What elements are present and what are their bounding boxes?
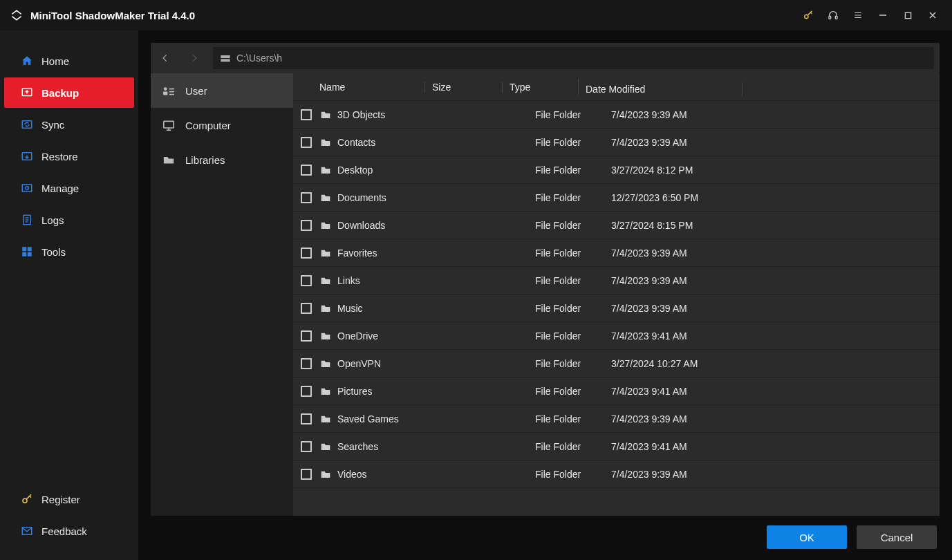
folder-icon	[319, 386, 332, 396]
row-checkbox[interactable]	[293, 441, 319, 452]
col-size[interactable]: Size	[424, 82, 502, 93]
sidebar-label-restore: Restore	[41, 151, 78, 162]
file-row[interactable]: OpenVPNFile Folder3/27/2024 10:27 AM	[293, 350, 940, 377]
file-row[interactable]: PicturesFile Folder7/4/2023 9:41 AM	[293, 377, 940, 405]
cancel-label: Cancel	[881, 532, 913, 543]
file-row[interactable]: LinksFile Folder7/4/2023 9:39 AM	[293, 267, 940, 295]
file-date: 7/4/2023 9:41 AM	[604, 386, 940, 397]
file-type: File Folder	[528, 275, 604, 286]
titlebar-right	[796, 5, 945, 26]
ok-button[interactable]: OK	[767, 525, 847, 549]
row-checkbox[interactable]	[293, 275, 319, 286]
file-list[interactable]: Name Size Type Date Modified 3D ObjectsF…	[293, 73, 940, 516]
file-row[interactable]: FavoritesFile Folder7/4/2023 9:39 AM	[293, 239, 940, 267]
ok-label: OK	[799, 532, 814, 543]
register-key-icon[interactable]	[796, 5, 821, 26]
sidebar-label-feedback: Feedback	[41, 525, 87, 537]
file-header[interactable]: Name Size Type Date Modified	[293, 73, 940, 101]
row-checkbox[interactable]	[293, 358, 319, 369]
row-checkbox[interactable]	[293, 192, 319, 203]
file-date: 7/4/2023 9:41 AM	[604, 441, 940, 452]
file-type: File Folder	[528, 441, 604, 452]
sidebar-item-tools[interactable]: Tools	[4, 236, 134, 267]
folder-icon	[319, 138, 332, 147]
row-checkbox[interactable]	[293, 220, 319, 231]
tools-icon	[21, 245, 33, 258]
col-type[interactable]: Type	[502, 82, 578, 93]
svg-rect-11	[28, 247, 32, 251]
forward-button[interactable]	[180, 43, 209, 73]
key-icon	[21, 493, 33, 505]
file-date: 12/27/2023 6:50 PM	[604, 192, 940, 203]
row-checkbox[interactable]	[293, 137, 319, 148]
file-type: File Folder	[528, 192, 604, 203]
file-row[interactable]: 3D ObjectsFile Folder7/4/2023 9:39 AM	[293, 101, 940, 129]
file-name: Pictures	[337, 386, 373, 397]
sidebar-label-logs: Logs	[41, 214, 64, 226]
file-date: 7/4/2023 9:39 AM	[604, 248, 940, 259]
sidebar-item-restore[interactable]: Restore	[4, 141, 134, 171]
sidebar: Home Backup Sync Restore Manage	[0, 30, 138, 560]
file-type: File Folder	[528, 109, 604, 120]
file-name: OpenVPN	[337, 358, 381, 369]
file-type: File Folder	[528, 413, 604, 424]
row-checkbox[interactable]	[293, 413, 319, 424]
folder-icon	[319, 165, 332, 175]
file-date: 7/4/2023 9:39 AM	[604, 413, 940, 424]
tree-item-user[interactable]: User	[151, 73, 293, 108]
file-row[interactable]: MusicFile Folder7/4/2023 9:39 AM	[293, 295, 940, 322]
menu-icon[interactable]	[846, 5, 870, 26]
row-checkbox[interactable]	[293, 469, 319, 480]
files-wrap: Name Size Type Date Modified 3D ObjectsF…	[293, 73, 940, 516]
folder-icon	[319, 276, 332, 286]
close-button[interactable]	[920, 5, 945, 26]
file-row[interactable]: ContactsFile Folder7/4/2023 9:39 AM	[293, 129, 940, 156]
user-icon	[162, 85, 176, 96]
headphones-icon[interactable]	[821, 5, 846, 26]
file-type: File Folder	[528, 137, 604, 148]
col-name[interactable]: Name	[293, 82, 424, 93]
row-checkbox[interactable]	[293, 303, 319, 314]
file-type: File Folder	[528, 330, 604, 342]
back-button[interactable]	[151, 43, 180, 73]
row-checkbox[interactable]	[293, 386, 319, 397]
file-date: 3/27/2024 10:27 AM	[604, 358, 940, 369]
tree-item-libraries[interactable]: Libraries	[151, 142, 293, 177]
svg-rect-20	[169, 91, 174, 93]
sidebar-item-home[interactable]: Home	[4, 46, 134, 76]
file-row[interactable]: VideosFile Folder7/4/2023 9:39 AM	[293, 460, 940, 488]
file-type: File Folder	[528, 303, 604, 314]
minimize-button[interactable]	[870, 5, 895, 26]
sidebar-item-register[interactable]: Register	[4, 484, 134, 514]
row-checkbox[interactable]	[293, 248, 319, 259]
sidebar-label-backup: Backup	[41, 87, 79, 99]
file-row[interactable]: OneDriveFile Folder7/4/2023 9:41 AM	[293, 322, 940, 350]
file-row[interactable]: DocumentsFile Folder12/27/2023 6:50 PM	[293, 184, 940, 212]
sidebar-item-backup[interactable]: Backup	[4, 77, 134, 108]
maximize-button[interactable]	[895, 5, 920, 26]
row-checkbox[interactable]	[293, 165, 319, 176]
row-checkbox[interactable]	[293, 109, 319, 120]
file-row[interactable]: DesktopFile Folder3/27/2024 8:12 PM	[293, 156, 940, 184]
browser: User Computer Libraries	[151, 73, 940, 516]
svg-rect-15	[221, 55, 230, 58]
tree-item-computer[interactable]: Computer	[151, 108, 293, 142]
file-row[interactable]: Saved GamesFile Folder7/4/2023 9:39 AM	[293, 405, 940, 433]
sidebar-item-feedback[interactable]: Feedback	[4, 516, 134, 546]
sidebar-item-manage[interactable]: Manage	[4, 173, 134, 203]
row-checkbox[interactable]	[293, 330, 319, 342]
logs-icon	[21, 214, 33, 226]
dialog-footer: OK Cancel	[151, 516, 940, 550]
sidebar-label-manage: Manage	[41, 183, 79, 194]
sidebar-item-logs[interactable]: Logs	[4, 205, 134, 235]
sidebar-label-sync: Sync	[41, 119, 64, 131]
svg-rect-5	[22, 121, 32, 129]
cancel-button[interactable]: Cancel	[857, 525, 937, 549]
file-row[interactable]: SearchesFile Folder7/4/2023 9:41 AM	[293, 433, 940, 460]
col-date[interactable]: Date Modified	[578, 79, 940, 95]
file-row[interactable]: DownloadsFile Folder3/27/2024 8:15 PM	[293, 212, 940, 239]
sidebar-item-sync[interactable]: Sync	[4, 109, 134, 140]
path-input[interactable]: C:\Users\h	[213, 47, 934, 69]
home-icon	[21, 55, 33, 67]
tree-label-user: User	[185, 85, 207, 97]
